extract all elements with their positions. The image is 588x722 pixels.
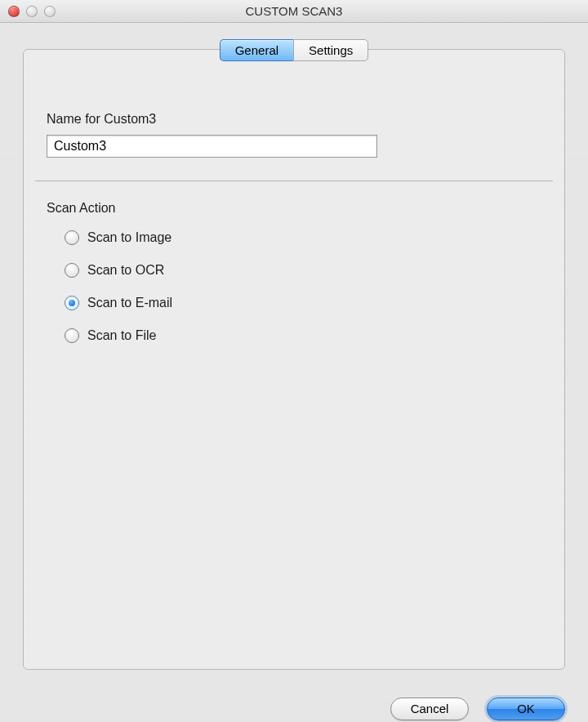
scan-action-radio-group: Scan to Image Scan to OCR Scan to E-mail… xyxy=(47,230,541,343)
ok-button-label: OK xyxy=(517,702,535,715)
ok-button[interactable]: OK xyxy=(487,697,565,720)
radio-scan-to-image[interactable]: Scan to Image xyxy=(65,230,541,245)
radio-scan-to-file[interactable]: Scan to File xyxy=(65,328,541,343)
radio-label: Scan to Image xyxy=(87,230,172,245)
name-input[interactable] xyxy=(47,135,377,158)
tab-bar: General Settings xyxy=(0,39,588,61)
window-title: CUSTOM SCAN3 xyxy=(0,4,588,18)
radio-button-icon xyxy=(65,230,79,245)
radio-button-icon xyxy=(65,263,79,278)
radio-label: Scan to File xyxy=(87,328,156,343)
titlebar: CUSTOM SCAN3 xyxy=(0,0,588,23)
radio-scan-to-ocr[interactable]: Scan to OCR xyxy=(65,263,541,278)
radio-scan-to-email[interactable]: Scan to E-mail xyxy=(65,296,541,310)
tab-settings[interactable]: Settings xyxy=(293,39,368,61)
cancel-button[interactable]: Cancel xyxy=(390,697,469,720)
tab-general-label: General xyxy=(235,43,278,57)
radio-label: Scan to E-mail xyxy=(87,296,172,310)
radio-button-icon xyxy=(65,328,79,343)
radio-label: Scan to OCR xyxy=(87,263,164,278)
divider xyxy=(35,180,553,181)
tab-general[interactable]: General xyxy=(220,39,293,61)
radio-button-icon xyxy=(65,296,79,310)
cancel-button-label: Cancel xyxy=(411,702,449,715)
name-field-label: Name for Custom3 xyxy=(47,112,541,127)
radio-selected-dot-icon xyxy=(69,300,75,306)
dialog-button-row: Cancel OK xyxy=(0,686,588,720)
content-panel: Name for Custom3 Scan Action Scan to Ima… xyxy=(23,49,565,670)
tab-settings-label: Settings xyxy=(309,43,353,57)
scan-action-label: Scan Action xyxy=(47,201,541,216)
